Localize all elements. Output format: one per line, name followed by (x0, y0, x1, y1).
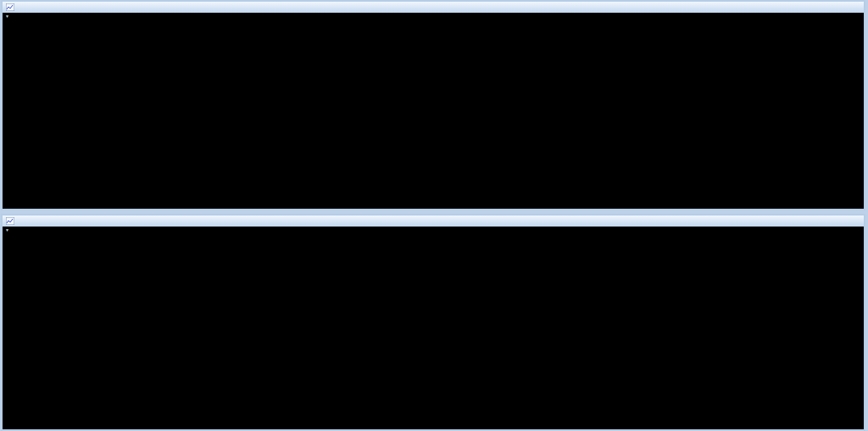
window-titlebar[interactable] (3, 216, 864, 227)
chart-window-icon (6, 217, 14, 225)
chart-window-h1: ▼ (1, 214, 865, 431)
chart-window-icon (6, 3, 14, 11)
mdi-workspace: { "windows": [ { "title": "GBPUSD.oj1m,H… (0, 0, 868, 431)
window-titlebar[interactable] (3, 2, 864, 13)
chart-window-h4: ▼ (1, 0, 865, 210)
